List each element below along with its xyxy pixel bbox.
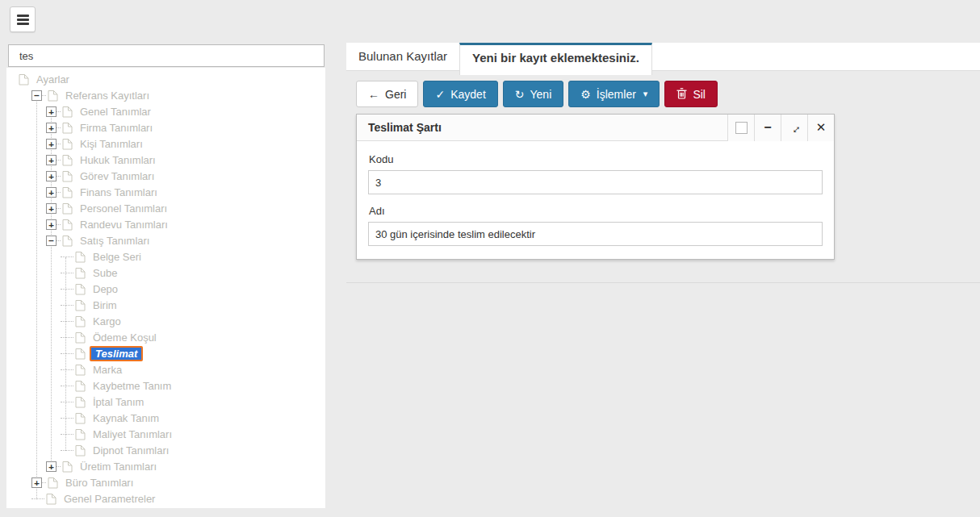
tree-node-label[interactable]: Kişi Tanımları <box>77 137 146 151</box>
tree-node[interactable]: +Büro Tanımları <box>6 474 325 490</box>
tree-expander-plus-icon[interactable]: + <box>46 203 57 214</box>
tree-node-label[interactable]: Firma Tanımları <box>77 121 156 135</box>
tree-node[interactable]: +Firma Tanımları <box>6 119 325 136</box>
tree-expander-plus-icon[interactable]: + <box>31 477 42 488</box>
tree-node-label[interactable]: Genel Parametreler <box>61 492 158 506</box>
tree-connector-stub <box>57 144 61 144</box>
tree-node-label[interactable]: Satış Tanımları <box>77 234 153 248</box>
tree-expander-plus-icon[interactable]: + <box>46 139 57 149</box>
close-icon: ✕ <box>816 120 827 135</box>
tree-connector-stub <box>61 434 73 435</box>
tree-node-label[interactable]: Büro Tanımları <box>62 476 136 490</box>
tree-node-label[interactable]: Marka <box>90 363 125 377</box>
minimize-button[interactable]: − <box>754 115 781 141</box>
tree-node-label[interactable]: Finans Tanımları <box>77 186 161 199</box>
tree-node-label[interactable]: Ödeme Koşul <box>90 331 160 344</box>
trash-icon <box>676 88 687 101</box>
menu-button[interactable] <box>10 6 36 32</box>
tree-expander-plus-icon[interactable]: + <box>46 106 57 117</box>
tree-node-label[interactable]: Maliyet Tanımları <box>90 427 175 441</box>
tree-node-label[interactable]: Genel Tanımlar <box>77 105 154 119</box>
tree-node-label[interactable]: Üretim Tanımları <box>77 460 160 473</box>
tree-node[interactable]: Kaybetme Tanım <box>6 377 325 394</box>
refresh-icon: ↻ <box>515 89 525 100</box>
tree-node-label[interactable]: Birim <box>90 298 120 312</box>
maximize-button[interactable]: ↔ <box>781 115 807 141</box>
tree-node[interactable]: +Kişi Tanımları <box>6 136 325 152</box>
file-icon <box>48 477 58 489</box>
tree-node[interactable]: +Randevu Tanımları <box>6 216 325 232</box>
tree-node-label[interactable]: İptal Tanım <box>90 395 147 409</box>
teslimat-sarti-window: Teslimat Şartı − ↔ ✕ Kodu Adı <box>356 114 835 260</box>
tree-expander-plus-icon[interactable]: + <box>46 171 57 181</box>
tree-node[interactable]: Kargo <box>6 313 325 329</box>
tree-connector-stub <box>61 273 73 273</box>
tree-node[interactable]: Ödeme Koşul <box>6 329 325 345</box>
save-button[interactable]: ✓ Kaydet <box>423 81 497 107</box>
tree-node[interactable]: Maliyet Tanımları <box>6 426 325 442</box>
minimize-icon: − <box>764 120 771 135</box>
tree-connector-stub <box>57 176 61 177</box>
tree-node[interactable]: +Görev Tanımları <box>6 168 325 184</box>
tree-node-label[interactable]: Teslimat <box>90 346 143 361</box>
tree-node[interactable]: Dipnot Tanımları <box>6 442 325 458</box>
tree-expander-minus-icon[interactable]: − <box>31 90 42 101</box>
tree-node[interactable]: −Referans Kayıtları <box>6 87 325 103</box>
tree-node[interactable]: +Hukuk Tanımları <box>6 152 325 168</box>
tree-expander-plus-icon[interactable]: + <box>46 461 57 472</box>
tree-node[interactable]: İptal Tanım <box>6 394 325 410</box>
tree-node-label[interactable]: Ayarlar <box>33 73 73 86</box>
tree-expander-plus-icon[interactable]: + <box>46 219 57 230</box>
tree-node-label[interactable]: Randevu Tanımları <box>77 218 171 231</box>
arrow-left-icon: ← <box>368 89 379 100</box>
tree-node[interactable]: Ayarlar <box>6 71 325 87</box>
tree-node[interactable]: Birim <box>6 297 325 313</box>
tree-connector-stub <box>57 240 61 241</box>
tree-expander-plus-icon[interactable]: + <box>46 155 57 165</box>
tree-expander-plus-icon[interactable]: + <box>46 187 57 198</box>
tree-connector-stub <box>61 305 73 306</box>
tree-connector-stub <box>57 160 61 161</box>
tab-yeni-kayit[interactable]: Yeni bir kayıt eklemektesiniz. <box>459 43 652 75</box>
tree-node-label[interactable]: Depo <box>90 282 121 296</box>
tree-node-label[interactable]: Personel Tanımları <box>77 202 170 215</box>
tab-bulunan-kayitlar[interactable]: Bulunan Kayıtlar <box>346 43 459 70</box>
tree-node-label[interactable]: Kargo <box>90 315 124 328</box>
tree-expander-plus-icon[interactable]: + <box>46 123 57 133</box>
tree-node-label[interactable]: Referans Kayıtları <box>62 89 153 102</box>
tree-node[interactable]: +Personel Tanımları <box>6 200 325 216</box>
tree-node[interactable]: Kaynak Tanım <box>6 410 325 426</box>
tree-node[interactable]: Belge Seri <box>6 248 325 265</box>
tree-node-label[interactable]: Sube <box>90 266 120 280</box>
file-icon <box>62 202 73 215</box>
tree-connector-stub <box>57 208 61 209</box>
tree-node-label[interactable]: Kaybetme Tanım <box>90 379 174 393</box>
tree-node[interactable]: +Genel Tanımlar <box>6 103 325 119</box>
close-button[interactable]: ✕ <box>807 115 834 141</box>
tree-search-input[interactable] <box>8 44 325 67</box>
tree-node[interactable]: +Üretim Tanımları <box>6 458 325 474</box>
tree-connector-stub <box>57 127 61 128</box>
operations-dropdown-button[interactable]: ⚙ İşlemler ▾ <box>568 81 660 107</box>
tree-expander-minus-icon[interactable]: − <box>46 236 57 246</box>
tree-node[interactable]: Depo <box>6 281 325 297</box>
tree-node[interactable]: Genel Parametreler <box>6 490 325 507</box>
delete-button[interactable]: Sil <box>664 81 718 107</box>
adi-input[interactable] <box>368 222 823 246</box>
new-button[interactable]: ↻ Yeni <box>503 81 563 107</box>
tree-node[interactable]: Marka <box>6 361 325 377</box>
window-checkbox-button[interactable] <box>727 115 754 141</box>
tree-node[interactable]: Sube <box>6 265 325 281</box>
kodu-input[interactable] <box>368 170 823 194</box>
tree-node-label[interactable]: Kaynak Tanım <box>90 411 162 425</box>
tree-node[interactable]: Teslimat <box>6 345 325 361</box>
tree-node-label[interactable]: Dipnot Tanımları <box>90 444 172 457</box>
tree-node[interactable]: +Finans Tanımları <box>6 184 325 200</box>
file-icon <box>75 299 86 311</box>
tree-node-label[interactable]: Hukuk Tanımları <box>77 153 159 167</box>
back-button[interactable]: ← Geri <box>356 81 418 107</box>
tree-node[interactable]: −Satış Tanımları <box>6 232 325 248</box>
file-icon <box>75 380 86 392</box>
tree-node-label[interactable]: Görev Tanımları <box>77 169 157 183</box>
tree-node-label[interactable]: Belge Seri <box>90 250 144 264</box>
